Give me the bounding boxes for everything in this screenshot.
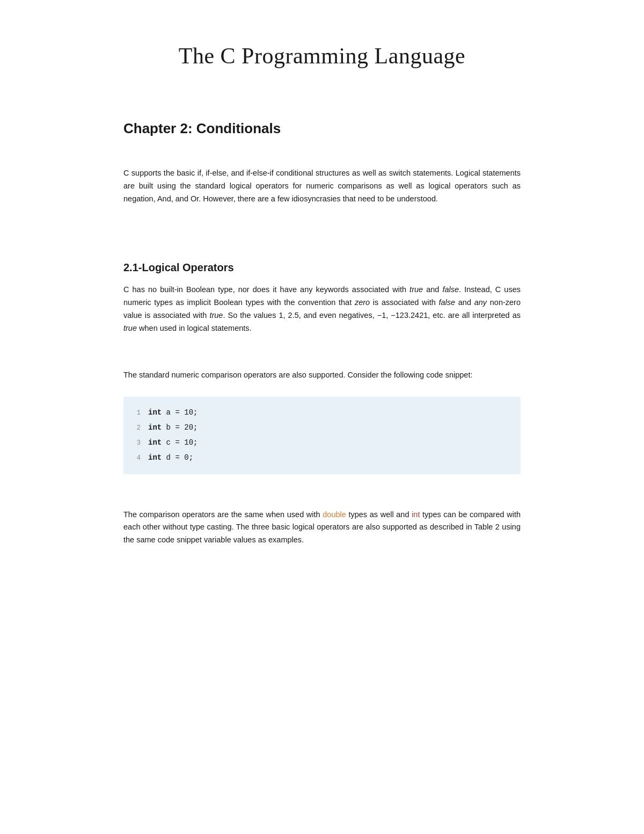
- chapter-title: Chapter 2: Conditionals: [123, 120, 521, 137]
- line-number-2: 2: [129, 423, 141, 433]
- main-title: The C Programming Language: [123, 43, 521, 69]
- code-keyword-int-1: int: [148, 407, 162, 419]
- section-2-1-paragraph-2: The standard numeric comparison operator…: [123, 369, 521, 382]
- code-keyword-int-2: int: [148, 422, 162, 434]
- term-true: true: [409, 285, 423, 294]
- code-block: 1 int a = 10; 2 int b = 20; 3 int c = 10…: [123, 397, 521, 474]
- chapter-intro-paragraph: C supports the basic if, if-else, and if…: [123, 167, 521, 206]
- code-line-1: 1 int a = 10;: [129, 407, 510, 419]
- term-true-2: true: [209, 311, 223, 320]
- line-number-4: 4: [129, 453, 141, 463]
- code-keyword-int-4: int: [148, 452, 162, 465]
- code-rest-3: c = 10;: [162, 437, 197, 449]
- section-2-1-paragraph-1: C has no built-in Boolean type, nor does…: [123, 284, 521, 335]
- highlight-int-keyword: int: [412, 510, 420, 519]
- code-rest-1: a = 10;: [162, 407, 197, 419]
- code-line-3: 3 int c = 10;: [129, 437, 510, 449]
- code-line-2: 2 int b = 20;: [129, 422, 510, 434]
- term-false-2: false: [438, 298, 455, 307]
- line-number-1: 1: [129, 408, 141, 418]
- highlight-double-keyword: double: [323, 510, 346, 519]
- section-2-1-paragraph-3: The comparison operators are the same wh…: [123, 509, 521, 547]
- code-rest-4: d = 0;: [162, 452, 193, 465]
- term-false: false: [442, 285, 459, 294]
- code-line-4: 4 int d = 0;: [129, 452, 510, 465]
- term-zero: zero: [355, 298, 370, 307]
- line-number-3: 3: [129, 438, 141, 448]
- term-any: any: [474, 298, 487, 307]
- term-true-3: true: [123, 324, 137, 332]
- code-keyword-int-3: int: [148, 437, 162, 449]
- section-2-1-title: 2.1-Logical Operators: [123, 262, 521, 274]
- code-rest-2: b = 20;: [162, 422, 197, 434]
